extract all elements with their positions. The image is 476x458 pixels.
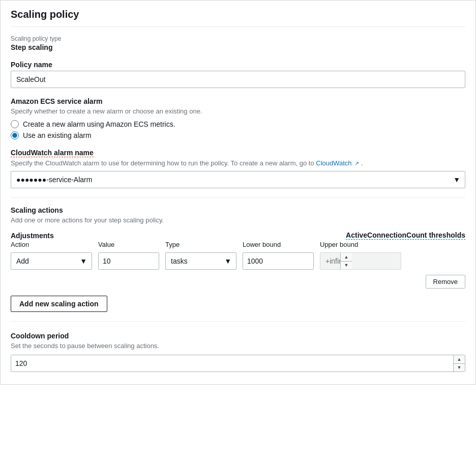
alarm-radio-existing-label: Use an existing alarm	[23, 131, 92, 139]
cooldown-title: Cooldown period	[11, 332, 465, 340]
cooldown-spin-up[interactable]: ▲	[454, 355, 465, 364]
cooldown-section: Cooldown period Set the seconds to pause…	[11, 332, 465, 372]
divider-2	[11, 321, 465, 322]
external-link-icon: ↗	[354, 160, 359, 167]
policy-name-section: Policy name ScaleOut	[11, 61, 465, 88]
add-scaling-action-button[interactable]: Add new scaling action	[11, 296, 107, 312]
cloudwatch-alarm-select-wrapper: ●●●●●●●-service-Alarm ▼	[11, 171, 465, 188]
policy-name-input[interactable]: ScaleOut	[11, 71, 465, 88]
cloudwatch-label: CloudWatch alarm name	[11, 149, 94, 157]
cloudwatch-hint-prefix: Specify the CloudWatch alarm to use for …	[11, 159, 314, 167]
cooldown-input[interactable]	[11, 355, 453, 371]
cloudwatch-hint-suffix: .	[361, 159, 363, 167]
alarm-radio-group: Create a new alarm using Amazon ECS metr…	[11, 120, 465, 139]
alarm-radio-existing[interactable]: Use an existing alarm	[11, 131, 465, 139]
cooldown-spinners: ▲ ▼	[453, 355, 465, 371]
remove-button[interactable]: Remove	[426, 275, 465, 289]
cooldown-input-container: ▲ ▼	[11, 355, 465, 372]
lower-bound-col: ▲ ▼	[243, 252, 314, 270]
page-title: Scaling policy	[11, 9, 465, 27]
cooldown-spin-down[interactable]: ▼	[454, 364, 465, 372]
alarm-radio-create-input[interactable]	[11, 120, 19, 128]
page-container: Scaling policy Scaling policy type Step …	[0, 0, 476, 385]
scaling-actions-section: Scaling actions Add one or more actions …	[11, 206, 465, 312]
row-actions: Remove	[11, 275, 465, 289]
cloudwatch-alarm-select[interactable]: ●●●●●●●-service-Alarm	[11, 171, 465, 188]
alarm-radio-create-label: Create a new alarm using Amazon ECS metr…	[23, 120, 175, 128]
lower-bound-spin-up[interactable]: ▲	[341, 253, 352, 262]
adjustments-section: Adjustments ActiveConnectionCount thresh…	[11, 231, 465, 289]
action-col-header: Action	[11, 241, 92, 250]
type-col-header: Type	[165, 241, 236, 250]
alarm-radio-create[interactable]: Create a new alarm using Amazon ECS metr…	[11, 120, 465, 128]
adjustments-header-row: Adjustments ActiveConnectionCount thresh…	[11, 231, 465, 240]
type-select-wrapper: tasks percent ▼	[165, 252, 236, 270]
policy-type-value: Step scaling	[11, 43, 465, 51]
adjustment-row: Add Remove Set to ▼ ▲ ▼	[11, 252, 465, 270]
lower-bound-spinners: ▲ ▼	[340, 253, 352, 269]
type-select[interactable]: tasks percent	[165, 252, 236, 270]
adjustments-label: Adjustments	[11, 232, 54, 240]
lower-bound-input[interactable]	[243, 253, 340, 269]
cloudwatch-section: CloudWatch alarm name Specify the CloudW…	[11, 149, 465, 188]
column-labels-row: Action Value Type Lower bound Upper boun…	[11, 241, 465, 250]
upper-bound-col-header: Upper bound	[320, 241, 401, 250]
adjustments-header-left: Adjustments	[11, 232, 54, 240]
policy-type-label: Scaling policy type	[11, 35, 465, 42]
cloudwatch-link[interactable]: CloudWatch ↗	[316, 159, 361, 167]
lower-bound-col-header: Lower bound	[243, 241, 314, 250]
cooldown-description: Set the seconds to pause between scaling…	[11, 342, 465, 350]
lower-bound-spin-down[interactable]: ▼	[341, 262, 352, 270]
action-select-wrapper: Add Remove Set to ▼	[11, 252, 92, 270]
value-col-header: Value	[98, 241, 159, 250]
value-col: ▲ ▼	[98, 252, 159, 270]
policy-name-label: Policy name	[11, 61, 465, 69]
alarm-section: Amazon ECS service alarm Specify whether…	[11, 97, 465, 139]
thresholds-label-wrapper: ActiveConnectionCount thresholds	[346, 231, 465, 240]
policy-type-section: Scaling policy type Step scaling	[11, 35, 465, 51]
action-select[interactable]: Add Remove Set to	[11, 252, 92, 270]
scaling-actions-description: Add one or more actions for your step sc…	[11, 216, 465, 224]
alarm-radio-existing-input[interactable]	[11, 131, 19, 139]
alarm-section-description: Specify whether to create a new alarm or…	[11, 107, 465, 115]
cloudwatch-label-wrapper: CloudWatch alarm name	[11, 149, 465, 157]
action-col: Add Remove Set to ▼	[11, 252, 92, 270]
scaling-actions-title: Scaling actions	[11, 206, 465, 214]
divider-1	[11, 197, 465, 198]
type-col: tasks percent ▼	[165, 252, 236, 270]
cooldown-input-wrapper: ▲ ▼	[11, 355, 465, 372]
lower-bound-input-wrapper: ▲ ▼	[243, 252, 314, 270]
alarm-section-title: Amazon ECS service alarm	[11, 97, 465, 105]
thresholds-label: ActiveConnectionCount thresholds	[346, 231, 465, 240]
value-input-wrapper: ▲ ▼	[98, 252, 159, 270]
cloudwatch-hint: Specify the CloudWatch alarm to use for …	[11, 159, 465, 167]
